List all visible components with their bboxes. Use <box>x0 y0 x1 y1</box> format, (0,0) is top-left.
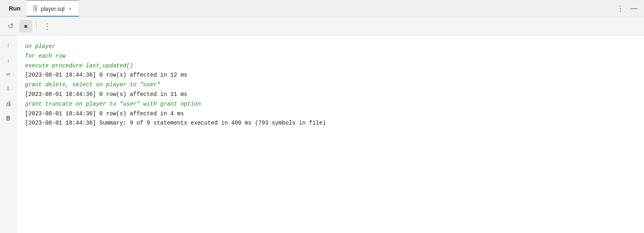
toolbar: ↺ ■ ⋮ <box>0 17 644 35</box>
toolbar-separator <box>36 22 37 31</box>
run-tab-label: Run <box>9 5 21 12</box>
file-icon: 🗄 <box>32 5 38 12</box>
print-button[interactable]: 🖨 <box>2 97 15 110</box>
wrap-text-button[interactable]: ⇌ <box>2 68 15 81</box>
output-line-8: [2023-08-01 18:44:36] Summary: 9 of 9 st… <box>25 119 636 128</box>
refresh-icon: ↺ <box>8 22 14 31</box>
output-line-0: on player <box>25 42 636 52</box>
output-line-7: [2023-08-01 18:44:36] 0 row(s) affected … <box>25 109 636 119</box>
more-button[interactable]: ⋮ <box>41 20 54 33</box>
tab-active-indicator <box>27 16 79 17</box>
stop-icon: ■ <box>24 23 27 29</box>
delete-button[interactable]: 🗑 <box>2 111 15 124</box>
refresh-button[interactable]: ↺ <box>4 20 17 33</box>
scroll-bottom-icon: ⇩ <box>6 85 11 92</box>
output-line-1: for each row <box>25 52 636 61</box>
scroll-up-button[interactable]: ↑ <box>2 39 15 52</box>
minimize-icon[interactable]: — <box>630 4 638 13</box>
print-icon: 🖨 <box>5 100 11 107</box>
app-container: Run 🗄 player.sql × ⋮ — ↺ ■ ⋮ ↑ <box>0 0 644 233</box>
tab-bar-actions: ⋮ — <box>617 4 641 13</box>
output-line-2: execute procedure last_updated() <box>25 61 636 71</box>
down-arrow-icon: ↓ <box>7 56 10 63</box>
file-tab-label: player.sql <box>41 6 64 12</box>
trash-icon: 🗑 <box>5 114 11 121</box>
left-sidebar: ↑ ↓ ⇌ ⇩ 🖨 🗑 <box>0 35 17 233</box>
output-line-5: [2023-08-01 18:44:36] 0 row(s) affected … <box>25 90 636 100</box>
wrap-text-icon: ⇌ <box>6 71 10 77</box>
output-line-4: grant delete, select on player to "user" <box>25 80 636 90</box>
more-options-icon[interactable]: ⋮ <box>617 4 624 13</box>
stop-button[interactable]: ■ <box>19 20 32 33</box>
tab-bar: Run 🗄 player.sql × ⋮ — <box>0 0 644 17</box>
tab-run[interactable]: Run <box>3 0 26 17</box>
output-line-3: [2023-08-01 18:44:36] 0 row(s) affected … <box>25 71 636 80</box>
tab-close-button[interactable]: × <box>67 5 73 12</box>
output-line-6: grant truncate on player to "user" with … <box>25 100 636 109</box>
main-content: ↑ ↓ ⇌ ⇩ 🖨 🗑 on playerfor each rowexecute… <box>0 35 644 233</box>
scroll-down-button[interactable]: ↓ <box>2 53 15 66</box>
scroll-to-bottom-button[interactable]: ⇩ <box>2 82 15 95</box>
more-icon: ⋮ <box>43 21 51 31</box>
output-panel: on playerfor each rowexecute procedure l… <box>17 35 644 233</box>
tab-file[interactable]: 🗄 player.sql × <box>26 0 79 17</box>
up-arrow-icon: ↑ <box>7 42 10 49</box>
